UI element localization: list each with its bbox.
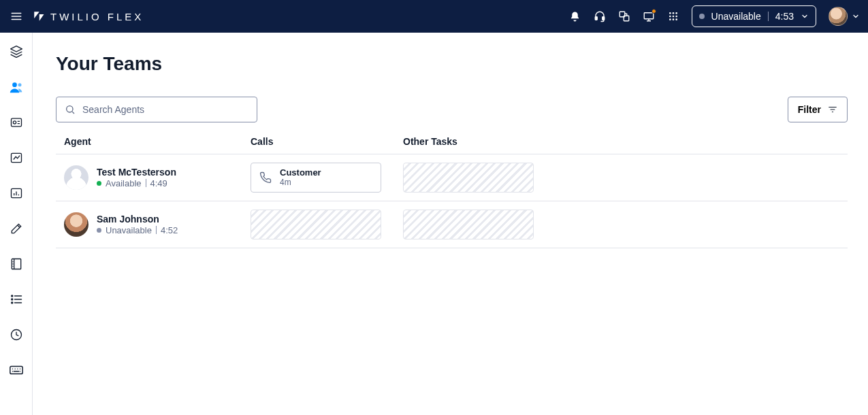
calls-cell [251,210,403,239]
transfer-icon[interactable] [618,10,630,22]
svg-point-19 [18,83,21,86]
separator [146,179,146,187]
call-duration: 4m [280,178,321,187]
sidebar-item-teams[interactable] [7,78,26,97]
agent-avatar [64,165,89,190]
table-row[interactable]: Sam Johnson Unavailable 4:52 [56,201,848,248]
filter-button[interactable]: Filter [788,97,848,122]
search-icon [65,104,76,115]
svg-rect-3 [595,17,597,20]
user-menu[interactable] [829,7,860,26]
bell-icon[interactable] [569,10,581,22]
sidebar-item-keyboard[interactable] [7,361,26,380]
svg-point-11 [669,16,671,18]
col-other: Other Tasks [403,136,839,147]
agent-status: Unavailable 4:52 [97,225,178,235]
sidebar-item-edit[interactable] [7,219,26,238]
agent-status: Available 4:49 [97,178,176,188]
brand-logo-icon [33,10,45,22]
agent-cell: Sam Johnson Unavailable 4:52 [64,212,251,237]
svg-point-9 [672,12,674,14]
svg-point-13 [675,16,677,18]
topbar: TWILIO FLEX Unavailable 4:53 [0,0,868,33]
status-dot-icon [699,14,705,19]
svg-marker-17 [10,46,22,52]
sidebar-item-stats[interactable] [7,184,26,203]
svg-point-30 [11,302,12,303]
separator [156,226,157,234]
other-cell [403,163,839,193]
col-calls: Calls [251,136,403,147]
svg-rect-4 [602,17,604,20]
calls-cell: Customer 4m [251,163,403,193]
empty-task-slot [251,210,381,239]
notification-dot [652,9,656,14]
empty-task-slot [403,163,534,193]
svg-point-14 [669,18,671,20]
user-avatar [829,7,848,26]
agent-status-time: 4:49 [150,178,167,188]
menu-button[interactable] [7,7,26,26]
status-selector[interactable]: Unavailable 4:53 [692,5,816,27]
svg-point-15 [672,18,674,20]
call-title: Customer [280,168,321,178]
search-container [56,97,257,122]
status-label: Unavailable [711,11,761,22]
agent-name: Test McTesterson [97,167,176,178]
sidebar [0,33,33,415]
svg-rect-7 [644,13,654,19]
topbar-right: Unavailable 4:53 [569,5,860,27]
filter-icon [828,105,837,114]
brand-text: TWILIO FLEX [50,11,144,22]
agent-cell: Test McTesterson Available 4:49 [64,165,251,190]
sidebar-item-list[interactable] [7,290,26,309]
svg-point-29 [11,299,12,300]
filter-label: Filter [798,104,821,115]
chevron-down-icon [852,12,860,20]
svg-point-8 [669,12,671,14]
apps-icon[interactable] [667,10,679,22]
chevron-down-icon [801,12,809,20]
agent-name: Sam Johnson [97,214,178,225]
agent-status-label: Available [106,178,142,188]
agent-status-label: Unavailable [106,225,152,235]
call-task-card[interactable]: Customer 4m [251,163,381,193]
sidebar-item-chart[interactable] [7,148,26,167]
table-row[interactable]: Test McTesterson Available 4:49 Customer… [56,154,848,201]
other-cell [403,210,839,239]
sidebar-item-book[interactable] [7,254,26,273]
sidebar-item-contact[interactable] [7,113,26,132]
sidebar-item-layers[interactable] [7,42,26,61]
status-time: 4:53 [775,11,794,22]
svg-rect-32 [10,367,22,374]
phone-icon [259,171,272,184]
toolbar: Filter [56,97,848,122]
svg-line-34 [72,112,74,114]
status-dot-icon [97,181,101,186]
agent-status-time: 4:52 [161,225,178,235]
empty-task-slot [403,210,534,239]
svg-point-16 [675,18,677,20]
monitor-icon[interactable] [643,10,655,22]
status-dot-icon [97,228,101,233]
svg-point-10 [675,12,677,14]
agent-avatar [64,212,89,237]
brand: TWILIO FLEX [33,10,144,22]
hamburger-icon [10,10,22,22]
col-agent: Agent [64,136,251,147]
main-content: Your Teams Filter Agent Calls Other Task… [33,33,868,415]
separator [768,12,769,21]
svg-point-12 [672,16,674,18]
page-title: Your Teams [56,53,848,75]
column-headers: Agent Calls Other Tasks [56,136,848,154]
svg-point-28 [11,295,12,297]
sidebar-item-history[interactable] [7,325,26,344]
svg-point-33 [67,106,73,112]
headset-icon[interactable] [594,10,606,22]
svg-point-21 [13,121,16,124]
search-input[interactable] [82,104,248,115]
svg-point-18 [12,82,17,87]
